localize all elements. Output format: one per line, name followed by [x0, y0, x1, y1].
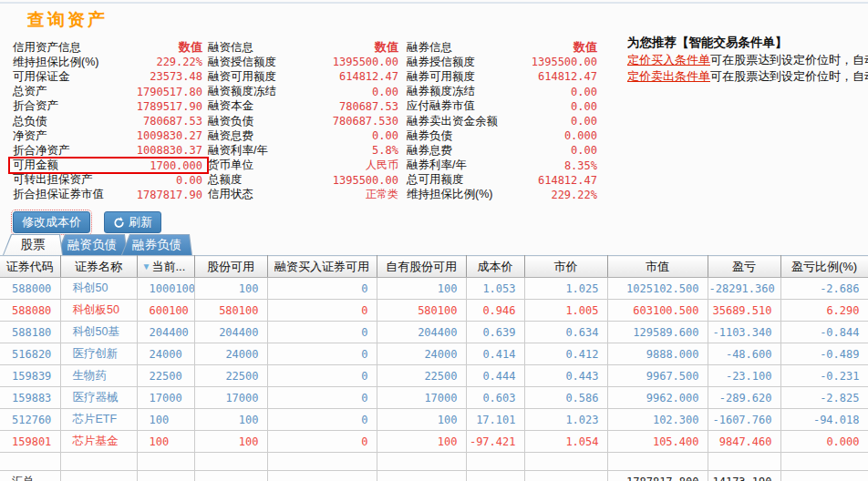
asset-value: 正常类	[366, 187, 398, 202]
asset-value: 229.22%	[551, 189, 597, 201]
asset-value: 5.8%	[372, 144, 398, 157]
empty-row	[0, 453, 868, 471]
holdings-row[interactable]: 588080科创板5060010058010005801000.9461.005…	[0, 300, 868, 322]
asset-value: 1395500.00	[333, 56, 398, 68]
table-cell: 医疗创新	[60, 343, 137, 365]
asset-row: 货币单位人民币	[208, 159, 398, 173]
asset-row: 融券授信额度1395500.00	[407, 55, 597, 69]
holdings-row[interactable]: 512760芯片ETF100100010017.1011.023102.300-…	[0, 409, 868, 431]
column-header[interactable]: 市价	[524, 256, 607, 278]
asset-value: 614812.47	[538, 70, 597, 83]
asset-row-highlighted: 可用金额1700.000	[13, 159, 202, 173]
column-header[interactable]: 自有股份可用	[377, 256, 466, 278]
promo-line: 定价买入条件单可在股票达到设定价位时，自动	[627, 52, 868, 68]
refresh-button-label: 刷新	[129, 214, 152, 230]
table-cell	[377, 453, 466, 471]
asset-value: 780687.53	[143, 115, 202, 128]
asset-value: 0.00	[571, 100, 597, 113]
asset-label: 可用保证金	[13, 69, 70, 85]
asset-value: 0.00	[372, 86, 398, 98]
header-row: 证券代码证券名称▼当前...股份可用融资买入证券可用自有股份可用成本价市价市值盈…	[0, 256, 868, 278]
column-header[interactable]: 融资买入证券可用	[267, 256, 377, 278]
table-cell: 1.025	[524, 278, 607, 300]
column-header[interactable]: 盈亏	[708, 256, 780, 278]
holdings-row[interactable]: 588000科创50100010010001001.0531.025102510…	[0, 278, 868, 300]
column-header[interactable]: 市值	[607, 256, 708, 278]
column-header[interactable]: 盈亏比例(%)	[780, 256, 868, 278]
holdings-row[interactable]: 159883医疗器械17000170000170000.6030.5869962…	[0, 387, 868, 409]
holdings-row[interactable]: 588180科创50基20440020440002044000.6390.634…	[0, 322, 868, 343]
table-cell	[137, 471, 194, 481]
table-cell: 100	[194, 278, 267, 300]
panel-header-value: 数值	[179, 39, 202, 56]
tab-strip: 股票融资负债融券负债	[3, 234, 186, 255]
asset-row: 可转出担保资产0.00	[13, 173, 202, 188]
asset-row: 维持担保比例(%)229.22%	[13, 55, 202, 69]
table-cell: 0.414	[466, 343, 524, 365]
table-cell: 芯片基金	[60, 431, 137, 453]
asset-label: 维持担保比例(%)	[13, 55, 98, 70]
table-cell: 0	[267, 278, 377, 300]
asset-label: 融券额度冻结	[407, 84, 475, 99]
table-cell: -1607.760	[708, 409, 780, 431]
table-cell: 0.634	[524, 322, 607, 343]
table-cell: -94.018	[780, 409, 868, 431]
table-cell: 0.639	[466, 322, 524, 343]
sell-condition-order-link[interactable]: 定价卖出条件单	[627, 69, 710, 83]
table-cell: -0.844	[780, 322, 868, 343]
asset-row: 融资额度冻结0.00	[208, 85, 398, 99]
tab-融资负债[interactable]: 融资负债	[57, 234, 128, 255]
holdings-row[interactable]: 159801芯片基金1001000100-97.4211.054105.4009…	[0, 431, 868, 453]
buy-condition-order-link[interactable]: 定价买入条件单	[627, 53, 710, 67]
table-cell: 159839	[0, 365, 60, 387]
panel-header-value: 数值	[375, 39, 398, 56]
refresh-button[interactable]: 刷新	[104, 211, 161, 233]
table-cell: -48.600	[708, 343, 780, 365]
promo-line: 定价卖出条件单可在股票达到设定价位时，自动	[627, 68, 868, 85]
table-cell: 1025102.500	[607, 278, 708, 300]
column-header[interactable]: 股份可用	[194, 256, 267, 278]
table-cell: 0	[267, 409, 377, 431]
table-cell: 0.443	[524, 365, 607, 387]
refresh-icon	[113, 217, 125, 229]
asset-row: 总额度1395500.00	[208, 173, 398, 188]
asset-row: 总可用额度614812.47	[407, 173, 597, 188]
holdings-table: 证券代码证券名称▼当前...股份可用融资买入证券可用自有股份可用成本价市价市值盈…	[0, 255, 868, 481]
table-cell: 588180	[0, 322, 60, 343]
asset-label: 融券息费	[407, 143, 452, 159]
summary-row: 汇总1787817.80014173.190	[0, 471, 868, 481]
holdings-table-wrap: 证券代码证券名称▼当前...股份可用融资买入证券可用自有股份可用成本价市价市值盈…	[0, 255, 868, 481]
asset-label: 总额度	[208, 172, 243, 188]
summary-label: 汇总	[0, 471, 60, 481]
column-header[interactable]: 成本价	[466, 256, 524, 278]
asset-label: 融资可用额度	[208, 69, 276, 85]
holdings-row[interactable]: 516820医疗创新24000240000240000.4140.4129888…	[0, 343, 868, 365]
table-cell	[377, 471, 466, 481]
column-header[interactable]: 证券名称	[60, 256, 137, 278]
table-cell: 0	[267, 431, 377, 453]
column-header[interactable]: ▼当前...	[137, 256, 194, 278]
table-cell: 17.101	[466, 409, 524, 431]
asset-summary-section: 信用资产信息数值维持担保比例(%)229.22%可用保证金23573.48总资产…	[0, 40, 868, 202]
asset-row: 折合净资产1008830.37	[13, 143, 202, 158]
asset-row: 融资可用额度614812.47	[208, 69, 398, 84]
tab-label: 融券负债	[132, 237, 181, 253]
asset-value: 1395500.00	[333, 174, 398, 187]
table-cell: 100	[137, 409, 194, 431]
asset-value: 1790517.80	[137, 86, 202, 98]
asset-row: 折合资产1789517.90	[13, 99, 202, 114]
table-cell: 204400	[194, 322, 267, 343]
tab-融券负债[interactable]: 融券负债	[121, 234, 192, 255]
table-cell: 105.400	[607, 431, 708, 453]
table-cell: -97.421	[466, 431, 524, 453]
table-cell: 129589.600	[607, 322, 708, 343]
sort-desc-icon: ▼	[142, 261, 151, 271]
asset-value: 人民币	[366, 158, 398, 173]
modify-cost-price-button[interactable]: 修改成本价	[13, 211, 90, 233]
asset-value: 1009830.27	[137, 129, 202, 142]
holdings-row[interactable]: 159839生物药22500225000225000.4440.4439967.…	[0, 365, 868, 387]
asset-value: 0.00	[176, 174, 202, 187]
column-header[interactable]: 证券代码	[0, 256, 60, 278]
asset-value: 0.00	[571, 86, 597, 98]
tab-股票[interactable]: 股票	[3, 234, 63, 255]
